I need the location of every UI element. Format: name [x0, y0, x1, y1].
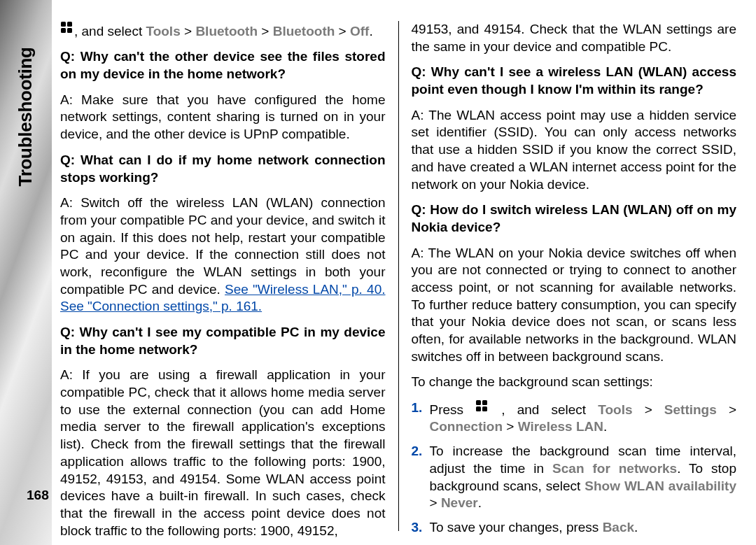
menu-settings: Settings	[664, 402, 717, 417]
answer-3: A: If you are using a firewall applicati…	[60, 367, 386, 539]
content-area: , and select Tools > Bluetooth > Bluetoo…	[52, 0, 756, 545]
question-3: Q: Why can't I see my compatible PC in m…	[60, 324, 386, 358]
sidebar: Troubleshooting 168	[0, 0, 52, 545]
svg-rect-1	[67, 22, 72, 27]
answer-2: A: Switch off the wireless LAN (WLAN) co…	[60, 194, 386, 316]
answer-4: A: The WLAN access point may use a hidde…	[412, 107, 737, 193]
menu-back: Back	[603, 520, 634, 535]
step-number-2: 2.	[412, 443, 423, 460]
svg-rect-2	[61, 28, 66, 33]
menu-path-off: Off	[350, 24, 369, 38]
question-5: Q: How do I switch wireless LAN (WLAN) o…	[412, 201, 737, 236]
menu-show-wlan-availability: Show WLAN availability	[584, 479, 736, 493]
svg-rect-3	[67, 28, 72, 33]
section-title: Troubleshooting	[14, 47, 38, 186]
link-connection-settings[interactable]: See "Connection settings," p. 161.	[60, 299, 262, 313]
menu-connection: Connection	[430, 419, 503, 434]
menu-wireless-lan: Wireless LAN	[518, 419, 603, 434]
menu-never: Never	[441, 495, 478, 510]
menu-scan-for-networks: Scan for networks	[552, 461, 677, 476]
svg-rect-7	[482, 406, 487, 411]
menu-path-tools: Tools	[146, 24, 180, 38]
menu-tools: Tools	[598, 402, 632, 417]
page-number: 168	[27, 487, 49, 504]
answer-5: A: The WLAN on your Nokia device switche…	[412, 245, 737, 366]
question-2: Q: What can I do if my home network conn…	[60, 152, 386, 186]
answer-1: A: Make sure that you have configured th…	[60, 92, 386, 143]
steps-list: 1. Press , and select Tools > Settings >…	[412, 399, 737, 544]
step-number-1: 1.	[412, 399, 423, 417]
step-2: 2. To increase the background scan time …	[412, 443, 737, 512]
menu-path-bluetooth2: Bluetooth	[273, 24, 335, 38]
intro-line: , and select Tools > Bluetooth > Bluetoo…	[60, 21, 386, 40]
step-number-3: 3.	[412, 519, 423, 537]
question-1: Q: Why can't the other device see the fi…	[60, 48, 386, 83]
column-divider	[398, 21, 399, 531]
svg-rect-6	[476, 406, 481, 411]
column-right: 49153, and 49154. Check that the WLAN se…	[412, 21, 737, 531]
svg-rect-0	[61, 22, 66, 27]
answer-3-continued: 49153, and 49154. Check that the WLAN se…	[412, 21, 737, 55]
menu-key-icon	[475, 399, 488, 417]
change-intro: To change the background scan settings:	[412, 374, 737, 391]
menu-path-bluetooth: Bluetooth	[195, 24, 258, 38]
step-3: 3. To save your changes, press Back.	[412, 519, 737, 537]
link-wireless-lan[interactable]: See "Wireless LAN," p. 40.	[225, 282, 385, 297]
menu-key-icon	[60, 21, 73, 38]
column-left: , and select Tools > Bluetooth > Bluetoo…	[60, 21, 386, 531]
step-1: 1. Press , and select Tools > Settings >…	[412, 399, 737, 436]
svg-rect-5	[482, 400, 487, 405]
svg-rect-4	[476, 400, 481, 405]
question-4: Q: Why can't I see a wireless LAN (WLAN)…	[412, 64, 737, 98]
